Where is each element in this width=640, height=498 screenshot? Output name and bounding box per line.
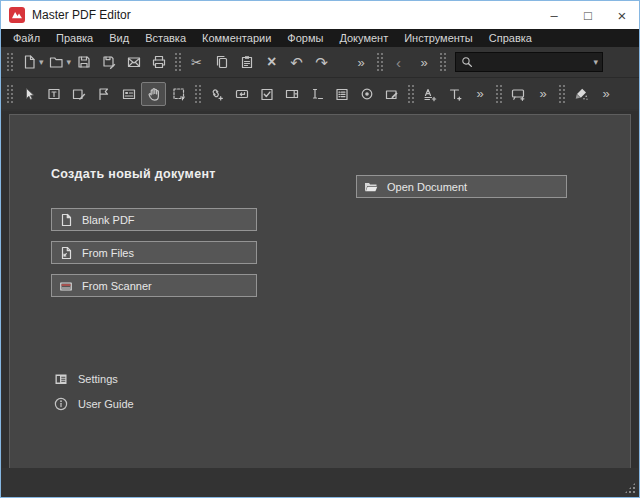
callout-annotation-button[interactable] xyxy=(505,82,530,106)
from-files-label: From Files xyxy=(82,247,134,259)
from-scanner-label: From Scanner xyxy=(82,280,152,292)
toolbar-drag-handle[interactable] xyxy=(495,84,502,104)
link-tool-button[interactable] xyxy=(204,82,229,106)
new-document-button[interactable] xyxy=(16,50,41,74)
toolbar-overflow-button[interactable]: » xyxy=(593,82,618,106)
combobox-field-button[interactable] xyxy=(279,82,304,106)
from-files-button[interactable]: From Files xyxy=(51,241,257,264)
delete-button[interactable]: × xyxy=(259,50,284,74)
undo-button[interactable]: ↶ xyxy=(284,50,309,74)
redo-button[interactable]: ↷ xyxy=(309,50,334,74)
toolbar-overflow-button[interactable]: » xyxy=(348,50,373,74)
copy-button[interactable] xyxy=(209,50,234,74)
radio-button-field-button[interactable] xyxy=(354,82,379,106)
create-new-document-heading: Создать новый документ xyxy=(51,167,216,181)
toolbar-overflow-button[interactable]: » xyxy=(411,50,436,74)
menu-tools[interactable]: Инструменты xyxy=(396,29,481,47)
toolbar-drag-handle[interactable] xyxy=(376,52,383,72)
minimize-button[interactable]: – xyxy=(537,1,571,29)
print-button[interactable] xyxy=(146,50,171,74)
form-editor-button[interactable] xyxy=(116,82,141,106)
open-document-button[interactable] xyxy=(44,50,69,74)
push-button-field-button[interactable] xyxy=(229,82,254,106)
menu-forms[interactable]: Формы xyxy=(279,29,331,47)
menu-view[interactable]: Вид xyxy=(101,29,137,47)
save-as-button[interactable] xyxy=(96,50,121,74)
menu-bar: Файл Правка Вид Вставка Комментарии Форм… xyxy=(1,29,639,47)
blank-page-icon xyxy=(58,212,74,228)
user-guide-link[interactable]: User Guide xyxy=(53,396,134,412)
toolbar-drag-handle[interactable] xyxy=(439,52,446,72)
open-folder-icon xyxy=(363,179,379,195)
maximize-button[interactable]: □ xyxy=(571,1,605,29)
search-dropdown-icon[interactable]: ▾ xyxy=(594,58,599,67)
search-input[interactable] xyxy=(474,55,595,69)
text-field-button[interactable] xyxy=(304,82,329,106)
edit-text-tool-button[interactable] xyxy=(41,82,66,106)
select-tool-button[interactable] xyxy=(16,82,41,106)
checkbox-field-button[interactable] xyxy=(254,82,279,106)
open-document-label: Open Document xyxy=(387,181,467,193)
settings-link[interactable]: Settings xyxy=(53,371,118,387)
menu-comments[interactable]: Комментарии xyxy=(194,29,279,47)
paste-button[interactable] xyxy=(234,50,259,74)
crop-tool-button[interactable] xyxy=(166,82,191,106)
hand-tool-button[interactable] xyxy=(141,82,166,106)
window-title: Master PDF Editor xyxy=(32,8,537,22)
listbox-field-button[interactable] xyxy=(329,82,354,106)
user-guide-label: User Guide xyxy=(78,398,134,410)
page-import-icon xyxy=(58,245,74,261)
new-document-dropdown-icon[interactable]: ▾ xyxy=(39,58,44,67)
info-icon xyxy=(53,396,69,412)
close-button[interactable]: × xyxy=(605,1,639,29)
edit-object-tool-button[interactable] xyxy=(66,82,91,106)
welcome-panel: Создать новый документ Blank PDF From Fi… xyxy=(9,114,631,469)
app-window: Master PDF Editor – □ × Файл Правка Вид … xyxy=(0,0,640,498)
toolbar-drag-handle[interactable] xyxy=(174,52,181,72)
toolbar-drag-handle[interactable] xyxy=(194,84,201,104)
app-logo-icon xyxy=(9,7,25,23)
menu-insert[interactable]: Вставка xyxy=(137,29,194,47)
workspace: Создать новый документ Blank PDF From Fi… xyxy=(2,111,638,496)
toolbar-drag-handle[interactable] xyxy=(6,52,13,72)
search-box[interactable]: ▾ xyxy=(455,52,603,72)
toolbar-drag-handle[interactable] xyxy=(407,84,414,104)
menu-document[interactable]: Документ xyxy=(331,29,396,47)
toolbar-drag-handle[interactable] xyxy=(6,84,13,104)
email-button[interactable] xyxy=(121,50,146,74)
signature-field-button[interactable] xyxy=(379,82,404,106)
previous-view-button[interactable]: ‹ xyxy=(386,50,411,74)
from-scanner-button[interactable]: From Scanner xyxy=(51,274,257,297)
title-bar: Master PDF Editor – □ × xyxy=(1,1,639,29)
tools-toolbar: » » » xyxy=(1,78,639,109)
text-annotation-button[interactable] xyxy=(417,82,442,106)
blank-pdf-button[interactable]: Blank PDF xyxy=(51,208,257,231)
menu-help[interactable]: Справка xyxy=(481,29,540,47)
main-toolbar: ▾ ▾ ✂ × ↶ ↷ » ‹ » xyxy=(1,47,639,78)
open-document-button-main[interactable]: Open Document xyxy=(356,175,567,198)
search-icon xyxy=(460,55,474,69)
settings-label: Settings xyxy=(78,373,118,385)
menu-edit[interactable]: Правка xyxy=(48,29,101,47)
toolbar-drag-handle[interactable] xyxy=(558,84,565,104)
highlighter-tool-button[interactable] xyxy=(568,82,593,106)
cut-button[interactable]: ✂ xyxy=(184,50,209,74)
toolbar-overflow-button[interactable]: » xyxy=(467,82,492,106)
toolbar-overflow-button[interactable]: » xyxy=(530,82,555,106)
resize-grip[interactable] xyxy=(624,482,636,494)
save-button[interactable] xyxy=(71,50,96,74)
menu-file[interactable]: Файл xyxy=(5,29,48,47)
select-area-tool-button[interactable] xyxy=(91,82,116,106)
settings-icon xyxy=(53,371,69,387)
add-text-button[interactable] xyxy=(442,82,467,106)
status-bar xyxy=(2,468,638,496)
blank-pdf-label: Blank PDF xyxy=(82,214,135,226)
scanner-icon xyxy=(58,278,74,294)
